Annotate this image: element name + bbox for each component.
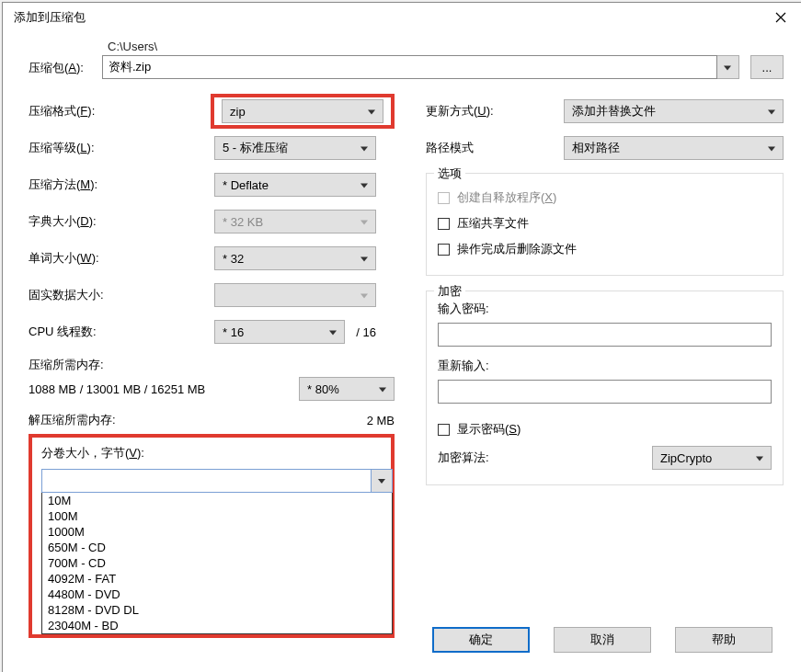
volume-option[interactable]: 1000M — [42, 524, 392, 540]
archive-dropdown[interactable] — [717, 55, 739, 79]
button-row: 确定 取消 帮助 — [432, 627, 772, 653]
memdecomp-value: 2 MB — [367, 414, 395, 427]
memcomp-select[interactable]: * 80% — [299, 377, 395, 401]
help-button[interactable]: 帮助 — [675, 627, 772, 653]
sfx-label: 创建自释放程序(X) — [457, 189, 556, 206]
update-select[interactable]: 添加并替换文件 — [564, 99, 784, 123]
word-select[interactable]: * 32 — [214, 246, 376, 270]
level-label: 压缩等级(L): — [29, 140, 214, 156]
volume-dropdown-button[interactable] — [372, 470, 392, 492]
cpu-select[interactable]: * 16 — [214, 320, 345, 344]
archive-label: 压缩包(A): — [29, 40, 102, 76]
format-select[interactable]: zip — [222, 99, 383, 123]
volume-label: 分卷大小，字节(V): — [41, 445, 382, 461]
archive-filename-input[interactable] — [102, 55, 717, 79]
password2-input[interactable] — [438, 380, 772, 404]
archive-path-text: C:\Users\ — [102, 40, 739, 53]
method-select[interactable]: * Deflate — [214, 173, 376, 197]
word-label: 单词大小(W): — [29, 250, 214, 267]
dict-select[interactable]: * 32 KB — [214, 210, 376, 233]
memdecomp-label: 解压缩所需内存: — [29, 412, 367, 428]
close-button[interactable] — [760, 3, 801, 32]
dialog-window: 添加到压缩包 压缩包(A): C:\Users\ ... — [2, 2, 801, 672]
level-select[interactable]: 5 - 标准压缩 — [214, 136, 376, 160]
sfx-checkbox — [438, 192, 450, 204]
volume-option[interactable]: 4480M - DVD — [42, 587, 392, 602]
window-title: 添加到压缩包 — [14, 9, 760, 26]
showpassword-checkbox[interactable] — [438, 424, 450, 436]
delete-checkbox[interactable] — [438, 244, 450, 256]
right-column: 更新方式(U): 添加并替换文件 路径模式 相对路径 选项 创建自释放程序(X) — [426, 99, 784, 638]
volume-option[interactable]: 650M - CD — [42, 540, 392, 555]
options-fieldset: 选项 创建自释放程序(X) 压缩共享文件 操作完成后删除源文件 — [426, 173, 784, 276]
shared-checkbox[interactable] — [438, 218, 450, 230]
dialog-body: 压缩包(A): C:\Users\ ... 压缩格式(F): — [3, 32, 801, 672]
volume-option[interactable]: 4092M - FAT — [42, 571, 392, 587]
algo-select[interactable]: ZipCrypto — [652, 446, 772, 470]
cancel-button[interactable]: 取消 — [554, 627, 651, 653]
solid-select[interactable] — [214, 283, 376, 307]
volume-input[interactable] — [42, 470, 372, 492]
algo-label: 加密算法: — [438, 450, 652, 466]
cpu-label: CPU 线程数: — [29, 324, 214, 340]
encryption-legend: 加密 — [434, 283, 465, 300]
titlebar: 添加到压缩包 — [3, 3, 801, 32]
dict-label: 字典大小(D): — [29, 213, 214, 230]
volume-option[interactable]: 23040M - BD — [42, 618, 392, 633]
browse-button[interactable]: ... — [750, 55, 784, 79]
options-legend: 选项 — [434, 165, 465, 182]
update-label: 更新方式(U): — [426, 103, 564, 120]
volume-highlight-box: 分卷大小，字节(V): 10M 100M 1000M 650M - CD 700… — [29, 434, 395, 638]
password2-label: 重新输入: — [438, 358, 772, 374]
pathmode-label: 路径模式 — [426, 140, 564, 156]
volume-option[interactable]: 700M - CD — [42, 555, 392, 571]
format-row: 压缩格式(F): zip — [29, 99, 395, 123]
showpassword-label: 显示密码(S) — [457, 421, 521, 438]
shared-label: 压缩共享文件 — [457, 215, 529, 232]
solid-label: 固实数据大小: — [29, 287, 214, 303]
delete-label: 操作完成后删除源文件 — [457, 241, 577, 257]
memcomp-detail: 1088 MB / 13001 MB / 16251 MB — [29, 382, 205, 396]
ok-button[interactable]: 确定 — [432, 627, 530, 653]
memcomp-label: 压缩所需内存: — [29, 357, 395, 373]
archive-row: 压缩包(A): C:\Users\ ... — [29, 40, 784, 79]
left-column: 压缩格式(F): zip 压缩等级(L): 5 - 标准压缩 压缩方法(M): — [29, 99, 395, 638]
encryption-fieldset: 加密 输入密码: 重新输入: 显示密码(S) 加密算法: ZipCrypto — [426, 290, 784, 485]
method-label: 压缩方法(M): — [29, 177, 214, 193]
volume-dropdown-list: 10M 100M 1000M 650M - CD 700M - CD 4092M… — [41, 493, 393, 634]
close-icon — [775, 12, 786, 23]
password-label: 输入密码: — [438, 301, 772, 317]
cpu-total: / 16 — [345, 325, 376, 339]
pathmode-select[interactable]: 相对路径 — [564, 136, 784, 160]
volume-option[interactable]: 100M — [42, 508, 392, 524]
volume-combobox[interactable] — [41, 469, 393, 493]
format-label: 压缩格式(F): — [29, 103, 211, 120]
volume-option[interactable]: 10M — [42, 493, 392, 508]
volume-option[interactable]: 8128M - DVD DL — [42, 602, 392, 618]
password-input[interactable] — [438, 323, 772, 347]
format-highlight-box: zip — [211, 94, 395, 129]
